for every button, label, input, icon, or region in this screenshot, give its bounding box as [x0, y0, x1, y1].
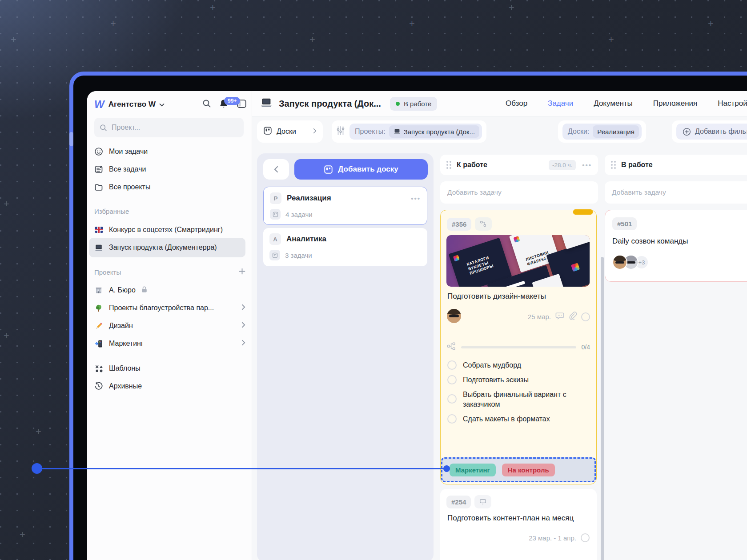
column-scrollbar[interactable]	[601, 257, 604, 560]
bg-plus-mark: +	[409, 19, 415, 28]
bg-plus-mark: +	[110, 19, 116, 28]
sidebar-item-all-projects[interactable]: Все проекты	[94, 178, 245, 196]
sidebar-item-my-tasks[interactable]: Мои задачи	[94, 143, 245, 160]
workspace-header: W Агентство W 99+	[94, 96, 246, 113]
status-dot-green	[396, 102, 400, 106]
add-filter-button[interactable]: Добавить фильтр	[676, 124, 747, 140]
bg-plus-mark: +	[4, 331, 9, 340]
checklist-checkbox[interactable]	[447, 394, 457, 404]
progress-bar	[461, 346, 576, 348]
sidebar-item-project-park[interactable]: Проекты благоустройства пар...	[94, 299, 245, 317]
add-board-button[interactable]: Добавить доску	[294, 159, 428, 180]
collapse-panel-button[interactable]	[263, 159, 289, 180]
checklist: Собрать мудборд Подготовить эскизы Выбра…	[447, 360, 590, 429]
task-card-356[interactable]: #356 КАТАЛОГИ БУКЛЕТЫ БРОШЮРЫ ЛИСТОВКИ Ф…	[440, 210, 597, 484]
workspace-name[interactable]: Агентство W	[108, 100, 156, 109]
chevron-right-icon[interactable]	[241, 304, 245, 312]
column-title: В работе	[621, 161, 653, 169]
board-name: Аналитика	[286, 235, 326, 244]
comment-icon[interactable]	[555, 312, 564, 322]
content-plan-icon[interactable]	[474, 495, 491, 508]
tab-overview[interactable]: Обзор	[506, 99, 527, 108]
tag-on-review[interactable]: На контроль	[502, 464, 555, 476]
boards-view-button[interactable]: Доски	[257, 120, 323, 143]
tags-selection-zone[interactable]: Маркетинг На контроль	[441, 457, 596, 482]
main-area: Запуск продукта (Док... В работе Обзор З…	[252, 91, 747, 560]
column-header-to-work[interactable]: К работе -28.0 ч. •••	[440, 155, 598, 175]
pencil-icon	[94, 321, 103, 330]
drag-handle-icon[interactable]	[611, 161, 616, 169]
board-name: Реализация	[287, 194, 331, 203]
filter-chip-board[interactable]: Доски: Реализация	[562, 124, 642, 140]
project-filter-group: Проекты: Запуск продукта (Док...	[332, 120, 486, 143]
task-card-254[interactable]: #254 Подготовить контент-план на месяц 2…	[440, 489, 597, 560]
boards-panel: Добавить доску P Реализация ••• 4 задачи	[257, 153, 434, 560]
assignee-avatar[interactable]	[447, 309, 461, 323]
add-filter-group: Добавить фильтр	[672, 120, 747, 143]
sidebar-item-project-bureau[interactable]: А. Бюро	[94, 281, 245, 299]
board-initial-avatar: A	[269, 233, 281, 245]
search-icon	[100, 124, 107, 132]
laptop-icon	[94, 243, 103, 252]
notifications-bell[interactable]: 99+	[219, 99, 228, 110]
sidebar-item-favorite-project[interactable]: Конкурс в соцсетях (Смартридинг)	[94, 221, 245, 239]
complete-task-circle[interactable]	[581, 533, 590, 542]
tag-marketing[interactable]: Маркетинг	[450, 464, 496, 476]
sidebar-item-archived[interactable]: Архивные	[94, 377, 245, 395]
board-menu-icon[interactable]: •••	[411, 195, 421, 202]
subtasks-progress: 0/4	[447, 342, 590, 352]
due-date: 25 мар.	[528, 313, 551, 320]
sidebar-item-label: А. Бюро	[109, 286, 136, 294]
sidebar-item-project-marketing[interactable]: Маркетинг	[94, 335, 245, 352]
sidebar-item-label: Все проекты	[109, 183, 150, 191]
board-list-item[interactable]: A Аналитика 3 задачи	[263, 228, 427, 266]
assignee-avatar[interactable]	[612, 255, 627, 270]
column-title: К работе	[457, 161, 487, 169]
filter-chip-project[interactable]: Проекты: Запуск продукта (Док...	[349, 124, 482, 140]
chevron-down-icon[interactable]	[159, 100, 165, 108]
chevron-right-icon[interactable]	[241, 322, 245, 330]
projects-section-title: Проекты	[94, 268, 245, 276]
annotation-dot	[32, 463, 42, 474]
chevron-right-icon[interactable]	[241, 340, 245, 348]
tree-icon	[94, 304, 103, 312]
checklist-checkbox[interactable]	[447, 360, 457, 370]
app-window: W Агентство W 99+ Проект.	[87, 91, 747, 560]
tab-apps[interactable]: Приложения	[653, 99, 697, 108]
task-meta: 23 мар. - 1 апр.	[529, 533, 590, 542]
sidebar-item-all-tasks[interactable]: Все задачи	[94, 160, 245, 178]
tab-tasks[interactable]: Задачи	[548, 99, 573, 108]
sidebar-item-label: Дизайн	[109, 322, 133, 330]
sidebar-item-templates[interactable]: Шаблоны	[94, 360, 245, 377]
sidebar-item-favorite-project-selected[interactable]: Запуск продукта (Документерра)	[89, 238, 245, 257]
filter-sliders-icon[interactable]	[336, 126, 345, 137]
board-list-item-selected[interactable]: P Реализация ••• 4 задачи	[263, 187, 427, 225]
drag-handle-icon[interactable]	[446, 161, 451, 169]
task-card-501[interactable]: #501 Daily созвон команды +3	[605, 210, 747, 282]
attachment-icon[interactable]	[569, 312, 577, 322]
search-icon[interactable]	[202, 99, 211, 110]
column-header-in-progress[interactable]: В работе	[605, 155, 747, 175]
add-project-icon[interactable]	[239, 268, 245, 276]
sidebar-item-label: Архивные	[109, 382, 142, 390]
checklist-checkbox[interactable]	[447, 375, 457, 384]
checklist-item: Сдать макеты в форматах	[447, 414, 590, 424]
sidebar-item-project-design[interactable]: Дизайн	[94, 317, 245, 335]
tab-documents[interactable]: Документы	[594, 99, 633, 108]
bg-plus-mark: +	[309, 35, 315, 44]
laptop-icon	[260, 97, 273, 110]
cover-card-text: КАТАЛОГИ БУКЛЕТЫ БРОШЮРЫ	[466, 255, 494, 276]
uk-flag-icon	[94, 225, 103, 234]
linked-task-icon[interactable]	[475, 217, 492, 231]
checklist-checkbox[interactable]	[447, 414, 457, 424]
add-task-input[interactable]: Добавить задачу	[605, 181, 747, 204]
complete-task-circle[interactable]	[581, 312, 590, 321]
tab-settings[interactable]: Настройки	[718, 99, 747, 108]
folder-icon	[94, 183, 103, 192]
add-task-input[interactable]: Добавить задачу	[440, 181, 598, 204]
project-search-input[interactable]: Проект...	[94, 118, 244, 137]
status-badge[interactable]: В работе	[390, 97, 438, 111]
checklist-item: Собрать мудборд	[447, 360, 590, 370]
bg-plus-mark: +	[708, 19, 714, 28]
column-menu-icon[interactable]: •••	[582, 161, 592, 169]
